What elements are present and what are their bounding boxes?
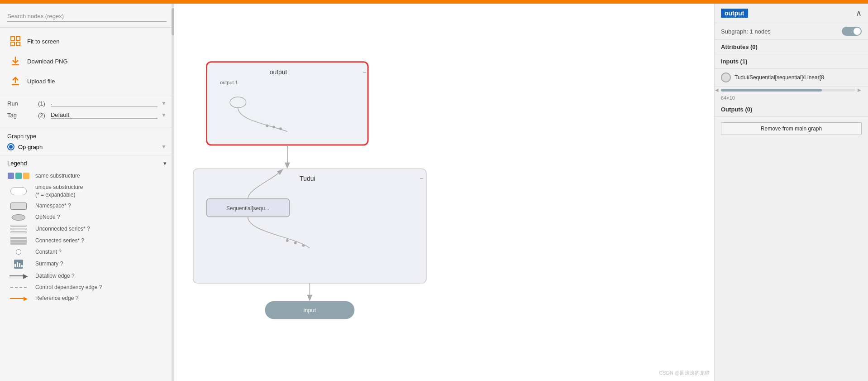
list-item: OpNode ? xyxy=(7,213,167,221)
svg-text:Tudui: Tudui xyxy=(300,175,315,182)
subgraph-toggle[interactable] xyxy=(842,27,862,36)
svg-rect-3 xyxy=(16,42,20,46)
search-input[interactable] xyxy=(7,11,167,22)
legend-control-icon xyxy=(7,287,30,288)
svg-text:input: input xyxy=(303,307,316,313)
legend-summary-text: Summary ? xyxy=(35,260,63,268)
fit-icon xyxy=(9,35,22,48)
outputs-section-title: Outputs (0) xyxy=(715,102,868,117)
tag-label: Tag xyxy=(7,112,34,119)
svg-text:Sequential[sequ...: Sequential[sequ... xyxy=(226,205,269,212)
svg-rect-15 xyxy=(193,169,426,283)
legend-opnode-text: OpNode ? xyxy=(35,213,60,221)
svg-point-11 xyxy=(272,125,275,128)
top-bar xyxy=(0,0,868,4)
graph-area[interactable]: output output.1 − Tudui − Sequential[seq… xyxy=(174,4,714,381)
legend-reference-text: Reference edge ? xyxy=(35,294,78,302)
list-item: Unconnected series* ? xyxy=(7,225,167,233)
svg-text:−: − xyxy=(420,175,423,182)
search-container xyxy=(0,7,174,28)
legend-constant-text: Constant ? xyxy=(35,248,62,256)
sidebar: Fit to screen Download PNG xyxy=(0,4,174,310)
close-panel-button[interactable]: ∧ xyxy=(856,8,862,18)
legend-constant-icon xyxy=(7,249,30,255)
watermark: CSDN @圆滚滚的龙猫 xyxy=(659,370,710,376)
input-item-text: Tudui/Sequential[sequential]/Linear[8 xyxy=(734,74,824,81)
graph-svg: output output.1 − Tudui − Sequential[seq… xyxy=(174,4,714,381)
op-graph-radio[interactable] xyxy=(7,143,14,150)
input-item: Tudui/Sequential[sequential]/Linear[8 xyxy=(715,69,868,87)
sidebar-controls: Run (1) . ▼ Tag (2) Default ▼ xyxy=(0,95,174,128)
legend-section: Legend ▾ same substructure xyxy=(0,155,174,307)
download-png-button[interactable]: Download PNG xyxy=(0,51,174,71)
input-size-hint: 64×10 xyxy=(715,93,868,102)
legend-control-text: Control dependency edge ? xyxy=(35,284,102,291)
legend-namespace-text: Namespace* ? xyxy=(35,202,71,210)
svg-text:output: output xyxy=(270,68,287,76)
legend-chevron-icon: ▾ xyxy=(163,160,167,167)
svg-text:output.1: output.1 xyxy=(220,80,238,85)
run-select[interactable]: . xyxy=(51,100,157,107)
fit-to-screen-label: Fit to screen xyxy=(27,38,60,45)
op-graph-label: Op graph xyxy=(18,144,43,150)
svg-rect-1 xyxy=(16,37,20,40)
svg-point-12 xyxy=(279,127,282,130)
svg-rect-5 xyxy=(207,62,368,145)
list-item: Summary ? xyxy=(7,260,167,269)
download-png-label: Download PNG xyxy=(27,58,68,65)
remove-from-main-graph-button[interactable]: Remove from main graph xyxy=(721,122,862,135)
list-item: ▶ Dataflow edge ? xyxy=(7,272,167,280)
run-count: (1) xyxy=(38,100,45,107)
right-panel: output ∧ Subgraph: 1 nodes Attributes (0… xyxy=(714,4,868,381)
list-item: Connected series* ? xyxy=(7,237,167,245)
legend-rows: same substructure unique substructure(* … xyxy=(7,172,167,302)
graph-type-section: Graph type Op graph ▼ xyxy=(0,128,174,155)
legend-label: Legend xyxy=(7,160,27,167)
list-item: same substructure xyxy=(7,172,167,180)
legend-dataflow-text: Dataflow edge ? xyxy=(35,272,75,280)
tag-count: (2) xyxy=(38,112,45,119)
legend-opnode-icon xyxy=(7,214,30,221)
list-item: unique substructure(* = expandable) xyxy=(7,183,167,199)
fit-to-screen-button[interactable]: Fit to screen xyxy=(0,31,174,51)
input-connector-icon xyxy=(721,72,731,82)
legend-dataflow-icon: ▶ xyxy=(7,272,30,280)
node-title: output xyxy=(721,9,748,18)
graph-type-label: Graph type xyxy=(7,133,167,140)
op-graph-option[interactable]: Op graph ▼ xyxy=(7,143,167,150)
svg-rect-0 xyxy=(11,37,14,40)
upload-file-label: Upload file xyxy=(27,78,55,85)
svg-point-10 xyxy=(266,124,268,127)
svg-point-22 xyxy=(302,244,305,247)
legend-namespace-icon xyxy=(7,203,30,210)
legend-unique-text: unique substructure(* = expandable) xyxy=(35,183,83,199)
legend-connected-icon xyxy=(7,237,30,245)
subgraph-row: Subgraph: 1 nodes xyxy=(715,23,868,40)
toggle-knob xyxy=(854,28,861,35)
upload-file-button[interactable]: Upload file xyxy=(0,71,174,91)
right-panel-header: output ∧ xyxy=(715,4,868,23)
tag-select[interactable]: Default xyxy=(51,111,157,119)
download-icon xyxy=(9,55,22,68)
sidebar-actions: Fit to screen Download PNG xyxy=(0,28,174,95)
legend-reference-icon: ▶ xyxy=(7,295,30,302)
attributes-section-title: Attributes (0) xyxy=(715,40,868,54)
legend-unique-icon xyxy=(7,187,30,195)
svg-rect-2 xyxy=(11,42,14,46)
legend-header[interactable]: Legend ▾ xyxy=(7,160,167,167)
subgraph-label: Subgraph: 1 nodes xyxy=(721,28,771,35)
list-item: Constant ? xyxy=(7,248,167,256)
inputs-section-title: Inputs (1) xyxy=(715,54,868,69)
run-label: Run xyxy=(7,100,34,107)
svg-point-20 xyxy=(286,239,289,242)
legend-summary-icon xyxy=(7,260,30,269)
legend-colors-text: same substructure xyxy=(35,172,80,180)
legend-colors-icon xyxy=(7,173,30,179)
svg-text:−: − xyxy=(362,68,366,76)
list-item: ▶ Reference edge ? xyxy=(7,294,167,302)
upload-icon xyxy=(9,75,22,87)
list-item: Control dependency edge ? xyxy=(7,284,167,291)
legend-unconnected-icon xyxy=(7,225,30,233)
svg-point-21 xyxy=(294,241,297,244)
legend-unconnected-text: Unconnected series* ? xyxy=(35,225,90,233)
